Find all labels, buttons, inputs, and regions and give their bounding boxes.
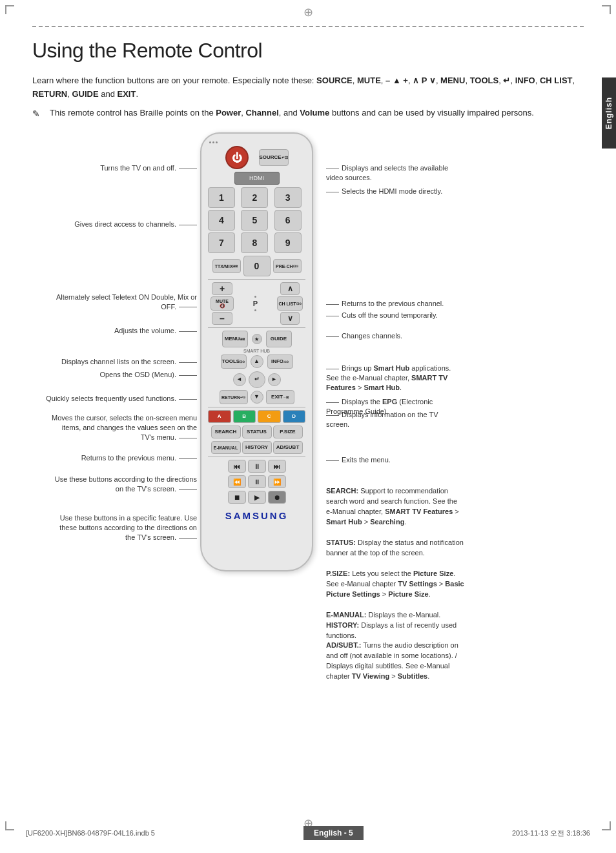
page-footer: [UF6200-XH]BN68-04879F-04L16.indb 5 Engl…	[0, 826, 616, 840]
pause-button[interactable]: ⏸	[248, 460, 266, 473]
ann-teletext: Alternately select Teletext ON Double, M…	[48, 293, 197, 311]
btn-3[interactable]: 3	[274, 187, 302, 208]
return-button[interactable]: RETURN↩⊙	[220, 390, 248, 404]
ir-dots-top	[208, 141, 305, 143]
divider-1	[208, 279, 305, 280]
btn-2[interactable]: 2	[241, 187, 268, 208]
search-status-psize-row: SEARCH STATUS P.SIZE	[208, 426, 305, 438]
btn-7[interactable]: 7	[208, 232, 235, 253]
divider-2	[208, 327, 305, 328]
tools-button[interactable]: TOOLS⊡⊙	[221, 355, 247, 369]
media-row-1: ⏮ ⏸ ⏭	[208, 460, 305, 473]
btn-9[interactable]: 9	[274, 232, 302, 253]
power-source-row: ⏻ SOURCE↵⊡	[208, 146, 305, 169]
nav-enter-button[interactable]: ↵	[249, 371, 265, 388]
ttx-0-prech-row: TTX/MIX⊞⊠ 0 PRE-CH⊡⊙	[208, 256, 305, 276]
vol-up-button[interactable]: +	[212, 282, 232, 295]
btn-color-a[interactable]: A	[208, 410, 231, 423]
hdmi-row: HDMI	[208, 172, 305, 185]
ann-exit-right: Exits the menu.	[326, 455, 391, 465]
center-dots: P	[253, 296, 258, 311]
btn-color-b[interactable]: B	[233, 410, 256, 423]
note-icon: ✎	[32, 107, 40, 121]
emanual-history-adsubt-row: E-MANUAL HISTORY AD/SUBT	[208, 441, 305, 454]
remote-control-area: ⏻ SOURCE↵⊡ HDMI 1 2 3 4 5 6 7 8	[197, 132, 316, 571]
stop-button[interactable]: ⏸	[248, 475, 266, 488]
smart-hub-icon[interactable]: ★	[252, 334, 262, 344]
ann-volume: Adjusts the volume.	[114, 326, 197, 336]
guide-button[interactable]: GUIDE	[266, 331, 292, 347]
prev-button[interactable]: ⏪	[228, 475, 246, 488]
hdmi-button[interactable]: HDMI	[234, 172, 280, 185]
adsubt-button[interactable]: AD/SUBT	[273, 441, 303, 454]
ann-ch-change-right: Changes channels.	[326, 331, 402, 341]
page-number: English - 5	[303, 826, 364, 840]
ann-info-right: Displays information on the TV screen.	[326, 410, 462, 429]
rew-button[interactable]: ⏮	[228, 460, 246, 473]
media-row-3: ⏹ ▶ ⏺	[208, 491, 305, 504]
menu-button[interactable]: MENU⊞⊠	[222, 331, 248, 347]
exit-button[interactable]: EXIT→⊠	[266, 390, 294, 404]
psize-button[interactable]: P.SIZE	[273, 426, 303, 438]
menu-guide-row: MENU⊞⊠ ★ GUIDE	[208, 331, 305, 347]
page-title: Using the Remote Control	[32, 39, 584, 63]
btn-5[interactable]: 5	[241, 210, 268, 231]
nav-down-button[interactable]: ▼	[251, 391, 263, 404]
nav-row: ◄ ↵ ►	[208, 371, 305, 388]
return-exit-row: RETURN↩⊙ ▼ EXIT→⊠	[208, 390, 305, 404]
btn-4[interactable]: 4	[208, 210, 235, 231]
vol-mute-ch-area: + MUTE🔇 – P ∧ CH LIST⊡⊙ ∨	[208, 282, 305, 325]
btn-color-c[interactable]: C	[258, 410, 281, 423]
play-button[interactable]: ▶	[248, 491, 266, 504]
info-button[interactable]: INFO⚠⊙	[267, 355, 293, 369]
btn-6[interactable]: 6	[274, 210, 302, 231]
ann-prevch-right: Returns to the previous channel.	[326, 299, 444, 309]
nav-left-button[interactable]: ◄	[233, 373, 246, 386]
next-button[interactable]: ⏩	[268, 475, 286, 488]
ttx-mix-button[interactable]: TTX/MIX⊞⊠	[212, 259, 241, 273]
status-button[interactable]: STATUS	[242, 426, 272, 438]
intro-text: Learn where the function buttons are on …	[32, 74, 584, 101]
source-button[interactable]: SOURCE↵⊡	[259, 149, 289, 166]
ann-media: Use these buttons in a specific feature.…	[48, 513, 197, 542]
btn-color-d[interactable]: D	[283, 410, 306, 423]
ch-up-button[interactable]: ∧	[280, 282, 300, 295]
right-annotations: Displays and selects the available video…	[316, 132, 584, 571]
samsung-logo: SAMSUNG	[208, 510, 305, 521]
vol-down-button[interactable]: –	[212, 312, 232, 325]
power-button[interactable]: ⏻	[225, 146, 249, 169]
ann-chlist: Displays channel lists on the screen.	[61, 357, 197, 367]
ann-tools: Quickly selects frequently used function…	[46, 394, 197, 404]
page-content: Using the Remote Control Learn where the…	[0, 0, 616, 610]
rec-button[interactable]: ⏺	[268, 491, 286, 504]
btn-1[interactable]: 1	[208, 187, 235, 208]
ann-return: Returns to the previous menu.	[81, 453, 197, 463]
mute-button[interactable]: MUTE🔇	[210, 296, 234, 311]
emanual-button[interactable]: E-MANUAL	[211, 441, 241, 454]
ann-mute-right: Cuts off the sound temporarily.	[326, 311, 438, 320]
prech-button[interactable]: PRE-CH⊡⊙	[273, 259, 302, 273]
note-text: ✎ This remote control has Braille points…	[32, 107, 584, 120]
footer-left: [UF6200-XH]BN68-04879F-04L16.indb 5	[26, 829, 155, 837]
stop-btn[interactable]: ⏹	[228, 491, 246, 504]
nav-up-button[interactable]: ▲	[251, 355, 263, 368]
color-btns-row: A B C D	[208, 410, 305, 423]
channel-controls: ∧ CH LIST⊡⊙ ∨	[277, 282, 303, 325]
smart-hub-label: SMART HUB	[208, 349, 305, 353]
ann-hdmi-right: Selects the HDMI mode directly.	[326, 187, 442, 196]
ch-down-button[interactable]: ∨	[280, 312, 300, 325]
nav-right-button[interactable]: ►	[268, 373, 281, 386]
btn-0[interactable]: 0	[243, 256, 271, 276]
history-button[interactable]: HISTORY	[242, 441, 272, 454]
ann-smarthub-right: Brings up Smart Hub applications. See th…	[326, 364, 462, 393]
footer-right: 2013-11-13 오전 3:18:36	[512, 828, 590, 838]
tools-info-row: TOOLS⊡⊙ ▲ INFO⚠⊙	[208, 355, 305, 369]
divider-4	[208, 457, 305, 457]
btn-8[interactable]: 8	[241, 232, 268, 253]
ch-list-button[interactable]: CH LIST⊡⊙	[277, 296, 303, 311]
ann-direct-channel: Gives direct access to channels.	[74, 220, 197, 229]
fwd-button[interactable]: ⏭	[268, 460, 286, 473]
ann-color-btns: Use these buttons according to the direc…	[48, 475, 197, 494]
search-button[interactable]: SEARCH	[211, 426, 241, 438]
dashed-border-top	[32, 26, 584, 27]
